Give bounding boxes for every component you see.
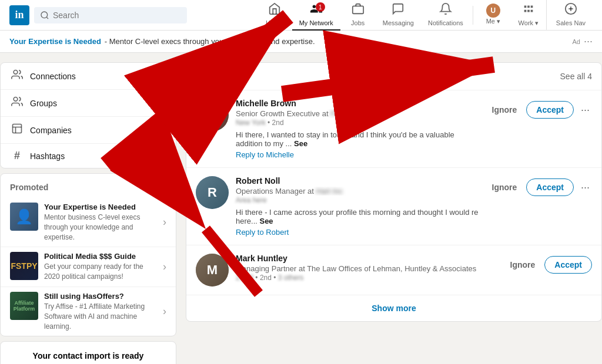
nav-item-home[interactable]: Home [257,0,292,31]
sidebar-item-connections[interactable]: Connections 500+ [1,63,176,90]
see-more-2[interactable]: See [259,217,273,225]
main-content: Invitations See all 4 M Michelle Brown S… [186,62,602,322]
inv-info-2: Robert Noll Operations Manager at Hart I… [236,176,480,237]
promoted-img-2: FSTPY [10,252,38,280]
nav-label-sales-nav: Sales Nav [556,19,586,26]
inv-message-1: Hi there, I wanted to stay in touch and … [236,130,480,148]
inv-info-1: Michelle Brown Senior Growth Executive a… [236,99,480,159]
search-icon [40,11,49,20]
contact-import-title: Your contact import is ready [10,351,166,360]
see-all-link[interactable]: See all 4 [560,72,592,81]
inv-dots-1[interactable]: ··· [578,102,592,119]
invitation-item-2: R Robert Noll Operations Manager at Hart… [186,168,601,245]
promoted-img-1 [10,203,38,231]
ad-more-icon[interactable]: ··· [584,35,593,48]
invitation-item-1: M Michelle Brown Senior Growth Executive… [186,90,601,168]
nav-item-work[interactable]: Work ▾ [511,0,546,31]
promoted-text-2: Political Media $$$ Guide Get your compa… [44,252,157,282]
nav-item-sales-nav[interactable]: Sales Nav [546,0,593,31]
hashtags-count: 6 [162,151,166,161]
invitations-title: Invitations [196,71,560,82]
nav-label-jobs: Jobs [351,19,364,26]
sidebar: Connections 500+ Groups 6 Companies 8 # … [0,62,176,364]
groups-label: Groups [30,99,156,108]
promoted-item-3[interactable]: Affiliate Platform Still using HasOffers… [1,287,176,336]
hashtags-label: Hashtags [30,151,156,161]
nav-label-my-network: My Network [299,19,333,26]
nav-item-notifications[interactable]: Notifications [421,0,470,31]
ignore-button-2[interactable]: Ignore [487,179,522,196]
promoted-arrow-1: › [163,216,166,228]
connections-count: 500+ [148,72,166,81]
header: in Home 1 My Network Jobs [0,0,602,31]
inv-actions-1: Ignore Accept ··· [487,101,592,119]
my-network-icon: 1 [310,2,323,18]
inv-dots-2[interactable]: ··· [578,179,592,196]
promoted-img-3: Affiliate Platform [10,292,38,320]
nav-label-work: Work ▾ [519,19,539,27]
invitation-item-3: M Mark Huntley Managing Partner at The L… [186,245,601,295]
contact-import-card: Your contact import is ready Connect wit… [0,341,176,364]
jobs-icon [352,2,364,18]
search-input[interactable] [53,11,181,20]
avatar: U [486,4,500,18]
nav-item-messaging[interactable]: Messaging [376,0,421,31]
inv-mutual-3: 2,500 • 2nd • 3 others [236,274,499,282]
connections-label: Connections [30,72,142,81]
svg-point-0 [41,12,48,18]
network-badge: 1 [316,2,325,12]
promoted-text-1: Your Expertise is Needed Mentor business… [44,203,157,242]
companies-icon [10,123,24,137]
inv-name-2: Robert Noll [236,176,480,186]
ignore-button-3[interactable]: Ignore [506,257,540,273]
promoted-dots-icon[interactable]: ··· [158,181,166,193]
connections-icon [10,69,24,83]
notifications-icon [439,2,452,18]
sidebar-item-hashtags[interactable]: # Hashtags 6 [1,144,176,168]
promoted-item-2[interactable]: FSTPY Political Media $$$ Guide Get your… [1,247,176,287]
reply-link-2[interactable]: Reply to Robert [236,228,289,237]
promoted-text-3: Still using HasOffers? Try Affise - #1 A… [44,292,157,331]
ad-text: - Mentor C-level execs through your know… [105,37,315,46]
show-more-section: Show more [186,295,601,321]
invitations-card: Invitations See all 4 M Michelle Brown S… [186,62,602,322]
hashtags-icon: # [10,150,24,162]
svg-point-6 [14,70,18,75]
accept-button-2[interactable]: Accept [526,178,574,196]
reply-link-1[interactable]: Reply to Michelle [236,150,294,159]
main-layout: Connections 500+ Groups 6 Companies 8 # … [0,53,602,364]
sidebar-item-groups[interactable]: Groups 6 [1,90,176,117]
nav-item-me[interactable]: U Me ▾ [476,0,511,31]
companies-count: 8 [162,126,166,135]
search-bar[interactable] [34,7,187,23]
see-more-1[interactable]: See [294,139,307,148]
groups-icon [10,96,24,110]
promoted-item-1[interactable]: Your Expertise is Needed Mentor business… [1,198,176,247]
promoted-arrow-2: › [163,261,166,273]
home-icon [268,2,281,18]
inv-job-title-2: Operations Manager at Hart Inc [236,187,480,196]
nav-label-home: Home [266,19,283,26]
inv-mutual-1: New York • 2nd [236,119,480,127]
inv-message-2: Hi there - I came across your profile th… [236,208,480,225]
accept-button-3[interactable]: Accept [544,256,592,274]
sidebar-menu-card: Connections 500+ Groups 6 Companies 8 # … [0,62,176,168]
invitations-header: Invitations See all 4 [186,63,601,90]
svg-rect-2 [353,6,363,14]
ad-title[interactable]: Your Expertise is Needed [9,37,101,46]
nav-label-notifications: Notifications [428,19,463,26]
groups-count: 6 [162,99,166,108]
work-icon [522,2,535,18]
svg-point-7 [14,97,18,102]
linkedin-logo[interactable]: in [9,5,29,25]
nav-label-me: Me ▾ [486,18,500,25]
nav-item-jobs[interactable]: Jobs [340,0,376,31]
nav-item-my-network[interactable]: 1 My Network [292,0,340,31]
promoted-arrow-3: › [163,305,166,318]
show-more-button[interactable]: Show more [372,304,416,313]
accept-button-1[interactable]: Accept [526,101,574,119]
sidebar-item-companies[interactable]: Companies 8 [1,117,176,144]
ad-label: Ad [573,38,580,45]
inv-info-3: Mark Huntley Managing Partner at The Law… [236,254,499,282]
ignore-button-1[interactable]: Ignore [487,102,522,118]
